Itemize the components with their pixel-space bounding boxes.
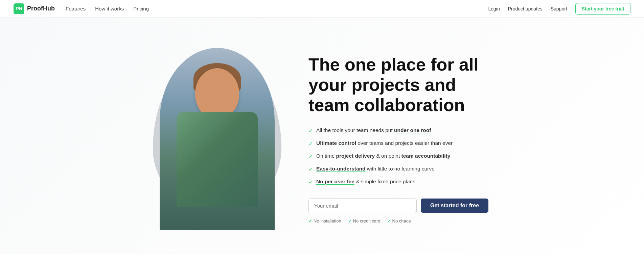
note-installation-label: No installation [314, 218, 341, 223]
hero-section: The one place for all your projects and … [0, 18, 644, 254]
note-check-2: ✓ [348, 218, 352, 223]
start-trial-button[interactable]: Start your free trial [575, 3, 630, 15]
hero-image [146, 38, 288, 240]
nav-links: Features How it works Pricing [66, 6, 149, 11]
note-chaos: ✓ No chaos [387, 218, 411, 223]
hero-person [160, 48, 275, 230]
cta-row: Get started for free [308, 199, 498, 213]
nav-login[interactable]: Login [488, 6, 500, 11]
nav-left: PH ProofHub Features How it works Pricin… [14, 3, 149, 14]
hero-content: The one place for all your projects and … [288, 55, 498, 223]
hero-title: The one place for all your projects and … [308, 55, 498, 115]
get-started-button[interactable]: Get started for free [421, 199, 488, 213]
feature-item-3: ✓ On time project delivery & on point te… [308, 152, 498, 161]
loved-section: L♥ved by 85,000+ teams and businesses wo… [0, 254, 644, 263]
check-icon-2: ✓ [308, 140, 313, 148]
note-installation: ✓ No installation [308, 218, 341, 223]
note-chaos-label: No chaos [392, 218, 411, 223]
feature-item-2: ✓ Ultimate control over teams and projec… [308, 139, 498, 148]
cta-notes: ✓ No installation ✓ No credit card ✓ No … [308, 218, 498, 223]
highlight-5: No per user fee [316, 179, 354, 184]
check-icon-3: ✓ [308, 153, 313, 161]
note-check-1: ✓ [308, 218, 312, 223]
nav-pricing[interactable]: Pricing [133, 6, 149, 11]
navbar: PH ProofHub Features How it works Pricin… [0, 0, 644, 18]
logo-box: PH [14, 3, 24, 14]
note-check-3: ✓ [387, 218, 391, 223]
feature-item-5: ✓ No per user fee & simple fixed price p… [308, 178, 498, 186]
person-head [195, 68, 239, 119]
logo-name: ProofHub [27, 5, 55, 12]
email-input[interactable] [308, 199, 417, 213]
check-icon-5: ✓ [308, 178, 313, 186]
highlight-2: Ultimate control [316, 140, 356, 146]
highlight-1: under one roof [394, 127, 431, 133]
person-shirt [177, 112, 258, 207]
logo-initials: PH [16, 6, 22, 11]
nav-right: Login Product updates Support Start your… [488, 3, 630, 15]
feature-item-1: ✓ All the tools your team needs put unde… [308, 126, 498, 135]
highlight-3b: team accountability [401, 153, 451, 159]
highlight-3a: project delivery [336, 153, 375, 159]
check-icon-1: ✓ [308, 127, 313, 135]
feature-item-4: ✓ Easy-to-understand with little to no l… [308, 165, 498, 174]
nav-how-it-works[interactable]: How it works [95, 6, 124, 11]
check-icon-4: ✓ [308, 165, 313, 174]
nav-features[interactable]: Features [66, 6, 86, 11]
feature-list: ✓ All the tools your team needs put unde… [308, 126, 498, 186]
note-credit-card: ✓ No credit card [348, 218, 381, 223]
note-credit-card-label: No credit card [353, 218, 381, 223]
highlight-4: Easy-to-understand [316, 166, 366, 172]
nav-product-updates[interactable]: Product updates [508, 6, 543, 11]
nav-support[interactable]: Support [551, 6, 567, 11]
logo-link[interactable]: PH ProofHub [14, 3, 55, 14]
